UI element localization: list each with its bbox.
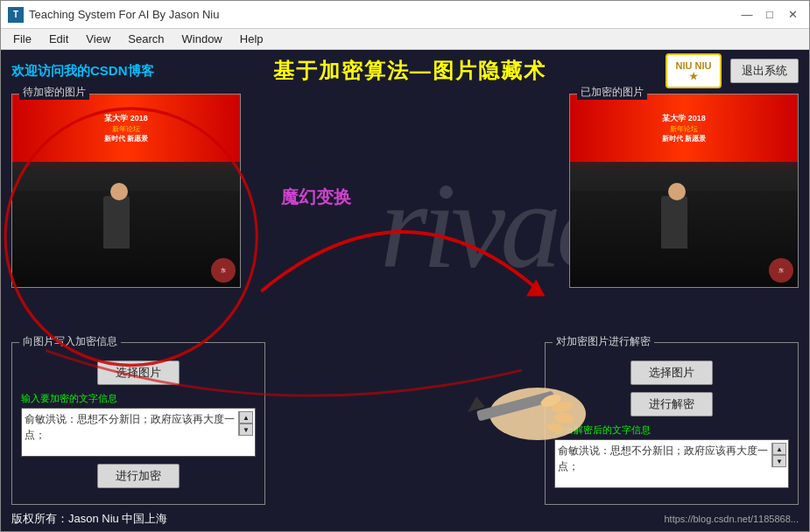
exit-button[interactable]: 退出系统 xyxy=(730,59,799,83)
decrypt-scrollbar[interactable]: ▲ ▼ xyxy=(771,443,785,467)
welcome-text: 欢迎访问我的CSDN博客 xyxy=(11,63,154,80)
menu-window[interactable]: Window xyxy=(173,31,231,47)
right-banner-line1: 某大学 2018 xyxy=(662,113,706,124)
decrypt-scroll-down[interactable]: ▼ xyxy=(772,455,786,467)
encrypt-scroll-up[interactable]: ▲ xyxy=(239,411,253,424)
menu-search[interactable]: Search xyxy=(119,31,173,47)
maximize-button[interactable]: □ xyxy=(760,5,779,24)
menu-edit[interactable]: Edit xyxy=(40,31,77,47)
left-control-panel: 向图片写入加密信息 选择图片 输入要加密的文字信息 俞敏洪说：思想不分新旧；政府… xyxy=(11,342,265,505)
decrypt-textarea[interactable]: 俞敏洪说：思想不分新旧；政府应该再大度一点； ▲ ▼ xyxy=(554,439,789,488)
menu-view[interactable]: View xyxy=(77,31,119,47)
decrypt-button[interactable]: 进行解密 xyxy=(630,392,713,416)
encrypt-button[interactable]: 进行加密 xyxy=(97,464,180,488)
right-image-panel: 已加密的图片 某大学 2018 新年论坛 新时代 新愿景 东 xyxy=(569,94,799,288)
logo-line1: NIU NIU xyxy=(676,60,712,71)
right-control-panel: 对加密图片进行解密 选择图片 进行解密 输出解密后的文字信息 俞敏洪说：思想不分… xyxy=(545,342,799,505)
right-slogan1: 新时代 新愿景 xyxy=(662,134,706,144)
right-select-button[interactable]: 选择图片 xyxy=(630,360,713,385)
footer-url: https://blog.csdn.net/1185868... xyxy=(664,514,799,524)
title-bar: T Teaching System For AI By Jason Niu — … xyxy=(1,1,809,29)
right-control-label: 对加密图片进行解密 xyxy=(553,334,654,349)
right-logo: 东 xyxy=(769,258,793,283)
window-controls: — □ ✕ xyxy=(737,5,802,24)
encrypt-input-label: 输入要加密的文字信息 xyxy=(21,392,256,405)
menu-file[interactable]: File xyxy=(4,31,40,47)
bottom-panels: 向图片写入加密信息 选择图片 输入要加密的文字信息 俞敏洪说：思想不分新旧；政府… xyxy=(1,342,809,505)
encrypt-textarea-content: 俞敏洪说：思想不分新旧；政府应该再大度一点； xyxy=(25,411,238,443)
left-image-panel: 待加密的图片 某大学 2018 新年论坛 新时代 新愿景 东 xyxy=(11,94,241,288)
close-button[interactable]: ✕ xyxy=(783,5,802,24)
image-panels-row: 待加密的图片 某大学 2018 新年论坛 新时代 新愿景 东 xyxy=(1,94,809,288)
encrypt-scrollbar[interactable]: ▲ ▼ xyxy=(238,411,252,436)
left-control-label: 向图片写入加密信息 xyxy=(19,334,121,349)
left-stage-banner: 某大学 2018 新年论坛 新时代 新愿景 xyxy=(12,94,240,162)
main-window: T Teaching System For AI By Jason Niu — … xyxy=(0,0,810,532)
footer-bar: 版权所有：Jason Niu 中国上海 https://blog.csdn.ne… xyxy=(1,507,809,531)
logo-line2: ★ xyxy=(689,71,698,82)
encrypt-textarea[interactable]: 俞敏洪说：思想不分新旧；政府应该再大度一点； ▲ ▼ xyxy=(21,408,256,457)
decrypt-scroll-up[interactable]: ▲ xyxy=(772,443,786,455)
decrypt-textarea-content: 俞敏洪说：思想不分新旧；政府应该再大度一点； xyxy=(558,443,771,474)
decrypt-output-label: 输出解密后的文字信息 xyxy=(554,424,789,437)
footer-copyright: 版权所有：Jason Niu 中国上海 xyxy=(11,511,167,527)
logo-box: NIU NIU ★ xyxy=(666,53,722,88)
left-banner-line1: 某大学 2018 xyxy=(104,113,148,124)
right-image-placeholder: 某大学 2018 新年论坛 新时代 新愿景 东 xyxy=(570,94,798,287)
encrypt-scroll-down[interactable]: ▼ xyxy=(239,424,253,436)
minimize-button[interactable]: — xyxy=(737,5,757,24)
main-title: 基于加密算法—图片隐藏术 xyxy=(154,57,666,85)
app-icon: T xyxy=(8,7,24,23)
right-banner-line2: 新年论坛 xyxy=(670,124,698,134)
header-area: 欢迎访问我的CSDN博客 基于加密算法—图片隐藏术 NIU NIU ★ 退出系统 xyxy=(1,50,809,92)
left-image-placeholder: 某大学 2018 新年论坛 新时代 新愿景 东 xyxy=(12,94,240,287)
main-content: 欢迎访问我的CSDN博客 基于加密算法—图片隐藏术 NIU NIU ★ 退出系统… xyxy=(1,50,809,531)
menu-help[interactable]: Help xyxy=(231,31,272,47)
left-slogan1: 新时代 新愿景 xyxy=(104,134,148,144)
left-select-button[interactable]: 选择图片 xyxy=(97,360,180,385)
window-title: Teaching System For AI By Jason Niu xyxy=(29,8,737,21)
left-logo: 东 xyxy=(211,258,236,283)
magic-text: 魔幻变换 xyxy=(281,186,351,209)
menu-bar: File Edit View Search Window Help xyxy=(1,29,809,50)
left-banner-line2: 新年论坛 xyxy=(112,124,140,134)
right-stage-banner: 某大学 2018 新年论坛 新时代 新愿景 xyxy=(570,94,798,162)
